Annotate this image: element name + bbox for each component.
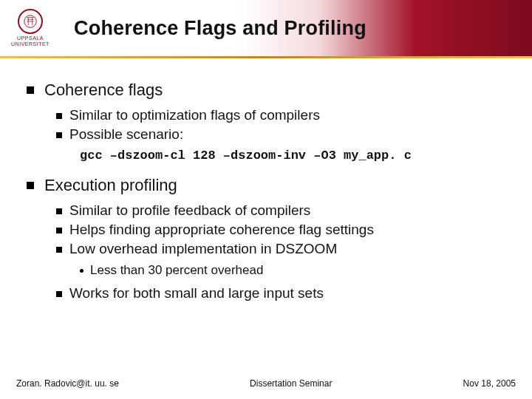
bullet-icon xyxy=(56,208,62,214)
bullet-icon xyxy=(27,86,34,94)
slide-title: Coherence Flags and Profiling xyxy=(74,17,366,40)
slide-body: Coherence flags Similar to optimization … xyxy=(0,58,532,301)
bullet-text: Works for both small and large input set… xyxy=(69,285,324,301)
section-heading: Coherence flags xyxy=(44,81,163,100)
bullet-text: Similar to optimization flags of compile… xyxy=(69,107,320,123)
bullet-text: Less than 30 percent overhead xyxy=(90,263,263,278)
slide-footer: Zoran. Radovic@it. uu. se Dissertation S… xyxy=(0,378,532,389)
seal-icon xyxy=(18,9,43,34)
bullet-icon xyxy=(56,113,62,119)
bullet-icon xyxy=(80,269,83,273)
bullet-text: Possible scenario: xyxy=(69,126,183,143)
bullet-icon xyxy=(56,291,62,297)
section-heading: Execution profiling xyxy=(44,176,177,195)
university-logo: UPPSALA UNIVERSITET xyxy=(9,9,52,47)
code-example: gcc –dszoom-cl 128 –dszoom-inv –O3 my_ap… xyxy=(80,149,510,163)
footer-author: Zoran. Radovic@it. uu. se xyxy=(16,378,119,389)
bullet-text: Low overhead implementation in DSZOOM xyxy=(69,241,337,257)
bullet-text: Similar to profile feedback of compilers xyxy=(69,202,310,219)
bullet-icon xyxy=(56,132,62,138)
footer-center: Dissertation Seminar xyxy=(119,378,463,389)
bullet-text: Helps finding appropriate coherence flag… xyxy=(69,222,374,238)
bullet-icon xyxy=(27,182,34,189)
bullet-icon xyxy=(56,247,62,253)
slide-header: UPPSALA UNIVERSITET Coherence Flags and … xyxy=(0,0,532,56)
logo-line2: UNIVERSITET xyxy=(11,41,50,47)
bullet-icon xyxy=(56,228,62,233)
logo-line1: UPPSALA xyxy=(11,35,50,41)
footer-date: Nov 18, 2005 xyxy=(463,378,516,389)
